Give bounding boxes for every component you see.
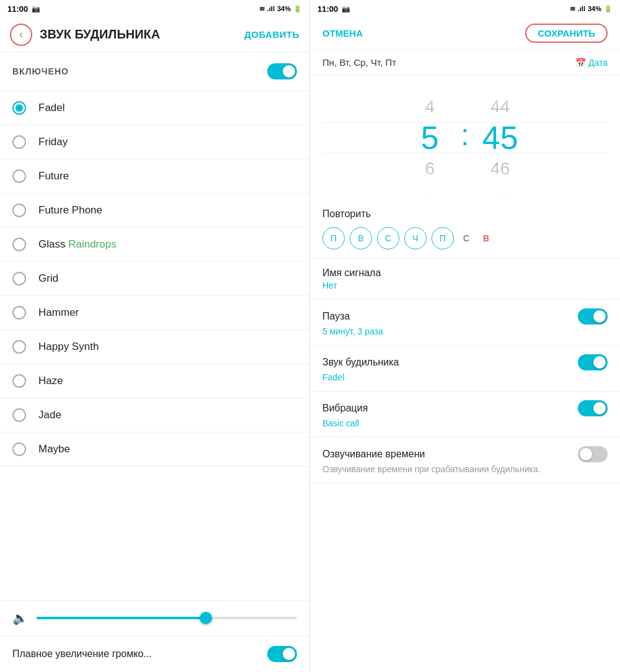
min-selected: 45 [469,122,531,153]
smooth-row: Плавное увеличение громко... [0,635,309,672]
min-above2: 43 [469,76,531,91]
pause-label: Пауза [322,311,350,322]
left-top-bar: ‹ ЗВУК БУДИЛЬНИКА ДОБАВИТЬ [0,17,309,52]
list-item[interactable]: Haze [0,364,309,398]
signal-icon: .ıll [267,5,275,12]
list-item[interactable]: Maybe [0,432,309,467]
radio-maybe[interactable] [12,442,26,456]
ringtone-name: Haze [38,375,63,387]
radio-haze[interactable] [12,374,26,388]
radio-happy-synth[interactable] [12,340,26,354]
time-picker[interactable]: 3 4 5 6 7 : 43 44 45 46 47 [310,76,620,200]
volume-row: 🔈 [0,600,309,635]
list-item[interactable]: Future Phone [0,194,309,228]
vibration-header: Вибрация [322,400,608,416]
alarm-sound-label: Звук будильника [322,357,399,368]
radio-future-phone[interactable] [12,204,26,217]
vibration-value: Basic call [322,418,608,428]
list-item[interactable]: Future [0,159,309,194]
ringtone-name: Fadel [38,102,65,114]
time-announce-row[interactable]: Озвучивание времени Озвучивание времени … [310,437,620,483]
day-sat[interactable]: С [459,233,474,243]
back-button[interactable]: ‹ [10,24,32,46]
list-item[interactable]: Happy Synth [0,330,309,364]
battery-percent: 34% [277,5,291,12]
day-thu[interactable]: Ч [404,227,427,249]
enabled-toggle-row: ВКЛЮЧЕНО [0,52,309,91]
cancel-button[interactable]: ОТМЕНА [322,28,363,38]
right-time: 11:00 [317,4,338,14]
smooth-toggle[interactable] [267,646,297,662]
pause-header: Пауза [322,308,608,325]
ringtone-name: Friday [38,136,68,148]
right-panel: 11:00 📷 ≋ .ıll 34% 🔋 ОТМЕНА СОХРАНИТЬ Пн… [310,0,620,672]
vibration-label: Вибрация [322,403,368,414]
right-status-icons: ≋ .ıll 34% 🔋 [570,5,613,13]
radio-hammer[interactable] [12,306,26,320]
battery-icon: 🔋 [293,5,302,13]
right-wifi-icon: ≋ [570,5,575,13]
list-item[interactable]: Glass Raindrops [0,228,309,262]
min-below2: 47 [469,184,531,200]
time-announce-toggle[interactable] [578,446,608,462]
ringtone-name: Hammer [38,307,79,319]
date-label: Дата [588,58,608,68]
radio-jade[interactable] [12,408,26,422]
day-sun[interactable]: В [479,233,494,243]
radio-friday[interactable] [12,135,26,149]
page-title: ЗВУК БУДИЛЬНИКА [40,27,244,42]
list-item[interactable]: Fadel [0,91,309,125]
ringtone-name: Glass Raindrops [38,238,117,251]
day-mon[interactable]: П [322,227,345,249]
days-row: Пн, Вт, Ср, Чт, Пт 📅 Дата [310,50,620,76]
hour-above2: 3 [399,76,461,91]
pause-toggle[interactable] [578,308,608,325]
repeat-title: Повторить [310,200,620,225]
alarm-sound-toggle[interactable] [578,354,608,370]
date-button[interactable]: 📅 Дата [575,58,608,68]
day-tue[interactable]: В [350,227,372,249]
right-battery-icon: 🔋 [604,5,613,13]
vibration-toggle[interactable] [578,400,608,416]
vibration-row[interactable]: Вибрация Basic call [310,392,620,437]
signal-name-value: Нет [322,280,608,290]
radio-glass-raindrops[interactable] [12,238,26,251]
pause-value: 5 минут, 3 раза [322,326,608,336]
smooth-label: Плавное увеличение громко... [12,648,267,660]
list-item[interactable]: Friday [0,125,309,159]
volume-slider[interactable] [37,617,297,619]
list-item[interactable]: Grid [0,262,309,296]
min-above: 44 [469,91,531,122]
day-wed[interactable]: С [377,227,399,249]
volume-thumb[interactable] [200,612,212,624]
list-item[interactable]: Hammer [0,296,309,330]
right-status-photo-icon: 📷 [342,5,350,13]
time-announce-header: Озвучивание времени [322,446,608,462]
radio-fadel[interactable] [12,101,26,115]
wifi-icon: ≋ [259,5,265,13]
ringtone-name: Jade [38,409,61,421]
time-announce-value: Озвучивание времени при срабатывании буд… [322,464,608,474]
enabled-toggle[interactable] [267,63,297,79]
radio-grid[interactable] [12,272,26,285]
signal-name-row[interactable]: Имя сигнала Нет [310,259,620,300]
add-button[interactable]: ДОБАВИТЬ [244,29,299,40]
calendar-icon: 📅 [575,58,586,68]
left-status-icons: ≋ .ıll 34% 🔋 [259,5,302,13]
minute-column[interactable]: 43 44 45 46 47 [469,76,531,200]
day-fri[interactable]: П [432,227,454,249]
right-signal-icon: .ıll [578,5,585,12]
ringtone-name: Grid [38,272,58,285]
ringtone-name: Future [38,170,69,182]
hour-below: 6 [399,153,461,184]
signal-name-label: Имя сигнала [322,267,381,279]
radio-future[interactable] [12,169,26,183]
pause-row[interactable]: Пауза 5 минут, 3 раза [310,300,620,346]
list-item[interactable]: Jade [0,398,309,432]
left-panel: 11:00 📷 ≋ .ıll 34% 🔋 ‹ ЗВУК БУДИЛЬНИКА Д… [0,0,310,672]
alarm-sound-row[interactable]: Звук будильника Fadel [310,346,620,392]
save-button[interactable]: СОХРАНИТЬ [525,24,608,43]
schedule-days: Пн, Вт, Ср, Чт, Пт [322,57,575,68]
hour-selected: 5 [399,122,461,153]
hour-column[interactable]: 3 4 5 6 7 [399,76,461,200]
